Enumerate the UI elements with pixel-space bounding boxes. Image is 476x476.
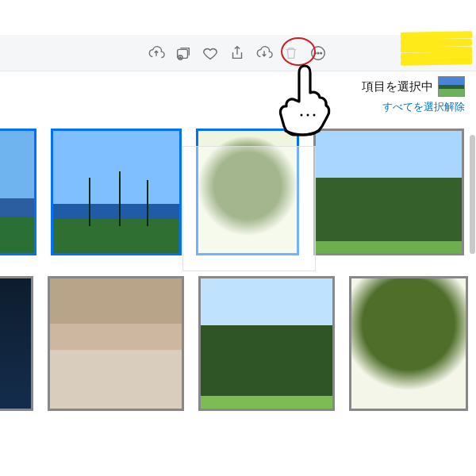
svg-point-4 (317, 52, 319, 54)
svg-point-5 (321, 52, 322, 54)
photo-item[interactable] (0, 129, 36, 255)
more-ellipsis-icon[interactable] (305, 40, 332, 67)
favorite-heart-icon[interactable] (197, 40, 224, 67)
photo-item[interactable] (349, 276, 468, 411)
photo-item[interactable] (198, 276, 335, 411)
toolbar (0, 35, 476, 71)
trash-icon[interactable] (278, 40, 305, 67)
photo-item[interactable] (51, 129, 182, 255)
add-to-icon[interactable] (170, 40, 197, 67)
vertical-scrollbar[interactable] (468, 129, 475, 476)
grid-row (5, 276, 471, 411)
scrollbar-thumb[interactable] (470, 135, 475, 254)
selection-status-text: 項目を選択中 (362, 79, 433, 94)
svg-point-3 (314, 52, 316, 54)
photo-item[interactable] (0, 276, 33, 411)
cloud-upload-icon[interactable] (143, 40, 170, 67)
photo-item[interactable] (313, 129, 464, 255)
cloud-download-icon[interactable] (251, 40, 278, 67)
deselect-all-link[interactable]: すべてを選択解除 (382, 100, 465, 114)
share-icon[interactable] (224, 40, 251, 67)
photo-item[interactable] (48, 276, 184, 411)
selection-thumbnail (438, 76, 465, 97)
selection-banner: 項目を選択中 すべてを選択解除 (0, 71, 476, 127)
photo-item[interactable] (196, 129, 299, 255)
photo-grid (0, 129, 476, 476)
grid-row (5, 129, 471, 255)
